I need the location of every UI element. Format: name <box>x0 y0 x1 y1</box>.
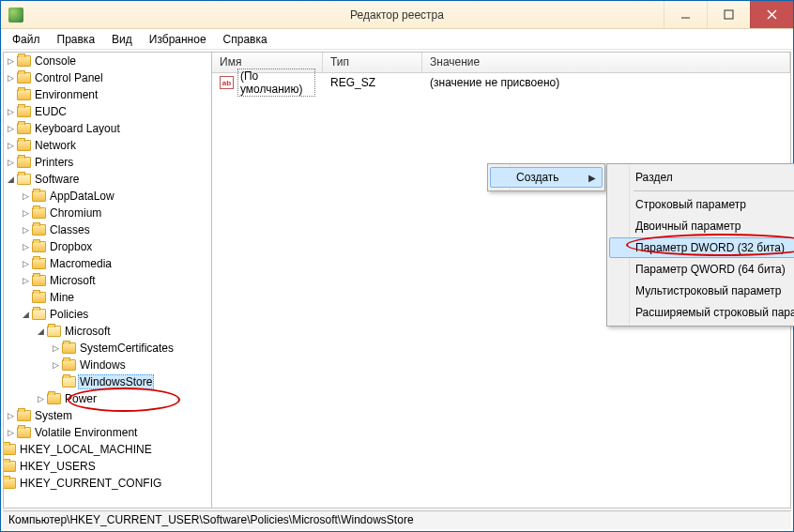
tree-node-software[interactable]: ◢Software <box>4 171 211 188</box>
string-value-icon: ab <box>220 76 234 89</box>
tree-node-hkcc[interactable]: ▷HKEY_CURRENT_CONFIG <box>4 475 211 492</box>
value-type: REG_SZ <box>323 76 422 89</box>
tree-node-hku[interactable]: ▷HKEY_USERS <box>4 458 211 475</box>
status-path: Компьютер\HKEY_CURRENT_USER\Software\Pol… <box>8 513 414 526</box>
ctx-separator <box>634 190 794 191</box>
menu-favorites[interactable]: Избранное <box>142 31 214 48</box>
menubar: Файл Правка Вид Избранное Справка <box>1 29 793 50</box>
tree-node-console[interactable]: ▷Console <box>4 53 211 69</box>
col-header-value[interactable]: Значение <box>422 53 790 72</box>
regedit-icon <box>8 8 23 23</box>
ctx-create[interactable]: Создать ▶ <box>490 167 603 188</box>
tree-node-mine[interactable]: ▷Mine <box>19 289 211 306</box>
context-submenu-create: Раздел Строковый параметр Двоичный парам… <box>606 163 794 327</box>
tree-node-dropbox[interactable]: ▷Dropbox <box>19 238 211 255</box>
ctx-new-binary[interactable]: Двоичный параметр <box>609 216 794 236</box>
ctx-create-label: Создать <box>516 171 559 184</box>
tree-node-chromium[interactable]: ▷Chromium <box>19 205 211 221</box>
tree-node-policies-microsoft[interactable]: ◢Microsoft <box>34 323 211 340</box>
value-name: (По умолчанию) <box>237 68 315 97</box>
col-header-type[interactable]: Тип <box>323 53 422 72</box>
tree-node-windowsstore[interactable]: ▷WindowsStore <box>49 373 211 390</box>
ctx-new-qword[interactable]: Параметр QWORD (64 бита) <box>609 259 794 280</box>
tree-node-network[interactable]: ▷Network <box>4 137 211 154</box>
tree-node-keyboardlayout[interactable]: ▷Keyboard Layout <box>4 120 211 137</box>
context-menu: Создать ▶ <box>487 163 605 191</box>
tree-node-microsoft[interactable]: ▷Microsoft <box>19 272 211 289</box>
ctx-new-key[interactable]: Раздел <box>609 167 794 188</box>
svg-rect-1 <box>725 10 733 19</box>
tree-node-appdatalow[interactable]: ▷AppDataLow <box>19 188 211 205</box>
ctx-new-string[interactable]: Строковый параметр <box>609 194 794 215</box>
registry-editor-window: Редактор реестра Файл Правка Вид Избранн… <box>0 0 794 532</box>
window-controls <box>664 1 793 28</box>
tree-node-environment[interactable]: ▷Environment <box>4 86 211 103</box>
tree-node-policies[interactable]: ◢Policies <box>19 306 211 323</box>
tree-node-volatile[interactable]: ▷Volatile Environment <box>4 424 211 441</box>
statusbar: Компьютер\HKEY_CURRENT_USER\Software\Pol… <box>3 510 791 529</box>
submenu-arrow-icon: ▶ <box>588 173 596 183</box>
tree-node-classes[interactable]: ▷Classes <box>19 221 211 238</box>
menu-view[interactable]: Вид <box>104 31 140 48</box>
menu-edit[interactable]: Правка <box>50 31 103 48</box>
tree-node-eudc[interactable]: ▷EUDC <box>4 103 211 120</box>
minimize-button[interactable] <box>664 1 707 28</box>
tree-node-hklm[interactable]: ▷HKEY_LOCAL_MACHINE <box>4 441 211 458</box>
ctx-new-expstring[interactable]: Расширяемый строковый параметр <box>609 302 794 323</box>
maximize-button[interactable] <box>707 1 750 28</box>
tree-node-power[interactable]: ▷Power <box>34 390 211 407</box>
tree-node-printers[interactable]: ▷Printers <box>4 154 211 171</box>
tree-node-controlpanel[interactable]: ▷Control Panel <box>4 69 211 86</box>
value-data: (значение не присвоено) <box>422 76 567 89</box>
tree-node-system[interactable]: ▷System <box>4 407 211 424</box>
tree-pane[interactable]: ▷Console ▷Control Panel ▷Environment ▷EU… <box>4 53 212 508</box>
ctx-new-dword[interactable]: Параметр DWORD (32 бита) <box>609 237 794 258</box>
menu-file[interactable]: Файл <box>5 31 48 48</box>
menu-help[interactable]: Справка <box>216 31 275 48</box>
ctx-new-multistring[interactable]: Мультистроковый параметр <box>609 281 794 301</box>
tree-node-macromedia[interactable]: ▷Macromedia <box>19 255 211 272</box>
tree-node-systemcertificates[interactable]: ▷SystemCertificates <box>49 340 211 357</box>
titlebar[interactable]: Редактор реестра <box>1 1 793 29</box>
content-area: ▷Console ▷Control Panel ▷Environment ▷EU… <box>3 52 791 509</box>
value-row-default[interactable]: ab (По умолчанию) REG_SZ (значение не пр… <box>212 73 790 92</box>
value-list-pane: Имя Тип Значение ab (По умолчанию) REG_S… <box>212 53 790 508</box>
tree-node-windows[interactable]: ▷Windows <box>49 357 211 373</box>
close-button[interactable] <box>750 1 793 28</box>
